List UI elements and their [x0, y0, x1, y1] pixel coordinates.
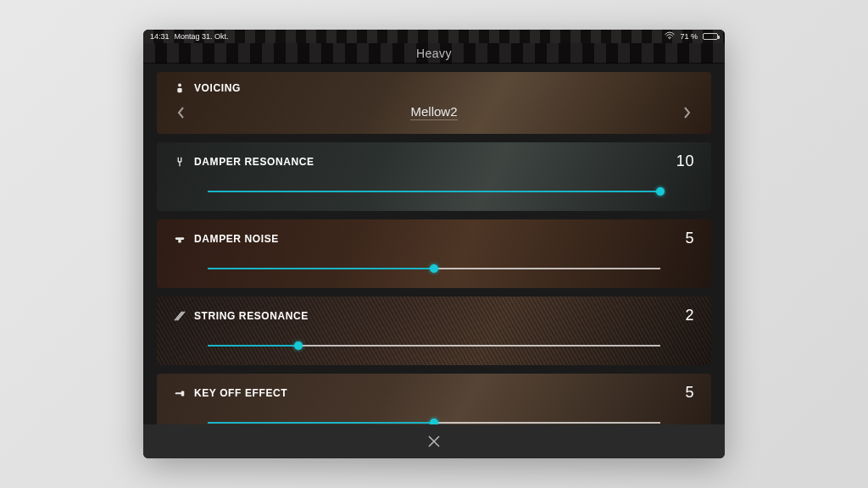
damper-resonance-slider[interactable]: [174, 186, 694, 197]
key-off-effect-slider[interactable]: [174, 417, 694, 424]
bottom-bar: [143, 424, 725, 458]
prev-preset-button[interactable]: [174, 105, 189, 120]
string-resonance-slider[interactable]: [174, 340, 694, 352]
page-title: Heavy: [416, 47, 452, 60]
header: Heavy: [143, 43, 725, 64]
battery-percent: 71 %: [680, 32, 698, 41]
app-window: 14:31 Montag 31. Okt. 71 % Heavy VOICING: [143, 30, 725, 458]
panels-container: VOICING Mellow2 DAMPER RESO: [143, 64, 725, 424]
voicing-preset-name[interactable]: Mellow2: [410, 104, 457, 120]
svg-rect-5: [175, 392, 182, 394]
status-bar: 14:31 Montag 31. Okt. 71 %: [143, 30, 725, 43]
tuning-fork-icon: [174, 156, 186, 168]
svg-rect-4: [178, 239, 181, 242]
damper-icon: [174, 233, 186, 245]
voicing-label: VOICING: [194, 82, 241, 94]
status-time: 14:31: [150, 32, 170, 41]
damper-resonance-label: DAMPER RESONANCE: [194, 156, 314, 168]
damper-noise-value: 5: [685, 230, 694, 247]
key-off-effect-value: 5: [685, 384, 694, 402]
svg-rect-2: [177, 88, 181, 92]
string-resonance-label: STRING RESONANCE: [194, 310, 309, 322]
voicing-panel: VOICING Mellow2: [157, 72, 711, 134]
damper-resonance-panel: DAMPER RESONANCE 10: [157, 142, 711, 211]
damper-noise-label: DAMPER NOISE: [194, 233, 279, 245]
svg-rect-6: [181, 391, 185, 396]
wifi-icon: [665, 31, 675, 42]
string-resonance-value: 2: [685, 307, 694, 324]
status-date: Montag 31. Okt.: [175, 32, 229, 41]
string-resonance-panel: STRING RESONANCE 2: [157, 297, 711, 365]
voicing-icon: [174, 82, 186, 94]
battery-icon: [703, 33, 718, 40]
key-off-effect-label: KEY OFF EFFECT: [194, 387, 287, 399]
svg-rect-3: [175, 237, 185, 240]
strings-icon: [174, 310, 186, 322]
svg-point-1: [178, 84, 181, 87]
close-button[interactable]: [426, 434, 442, 449]
damper-noise-slider[interactable]: [174, 263, 694, 274]
damper-resonance-value: 10: [676, 152, 694, 170]
damper-noise-panel: DAMPER NOISE 5: [157, 219, 711, 288]
svg-point-0: [670, 38, 671, 40]
next-preset-button[interactable]: [679, 105, 694, 120]
key-off-effect-panel: KEY OFF EFFECT 5: [157, 374, 711, 424]
key-icon: [174, 387, 186, 399]
